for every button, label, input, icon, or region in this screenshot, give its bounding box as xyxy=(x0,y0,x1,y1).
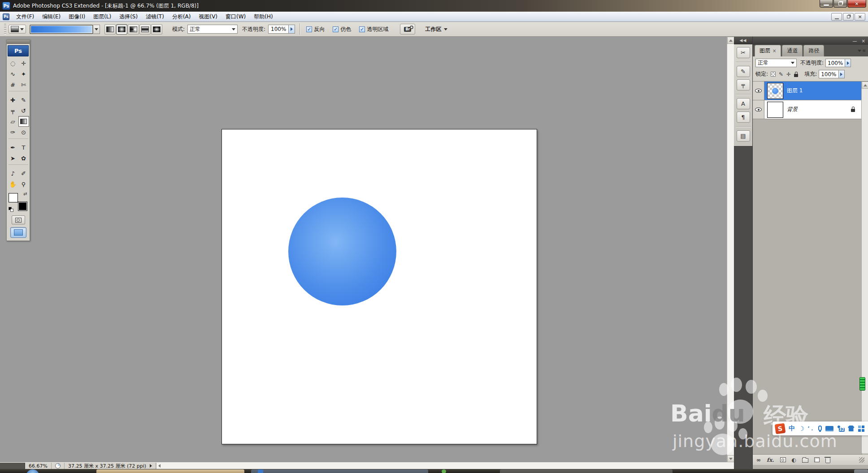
smudge-tool[interactable]: ✑ xyxy=(8,127,18,138)
tab-paths[interactable]: 路径 xyxy=(803,45,824,56)
zoom-level-field[interactable]: 66.67% xyxy=(25,463,52,469)
audio-annotation-tool[interactable]: ♪ xyxy=(8,168,18,179)
doc-restore-button[interactable] xyxy=(843,13,854,21)
skin-shirt-icon[interactable] xyxy=(848,426,855,431)
quick-selection-tool[interactable]: ✦ xyxy=(18,69,29,79)
layer-opacity-spinner[interactable] xyxy=(845,59,851,67)
new-layer-button[interactable] xyxy=(814,457,820,462)
dither-checkbox[interactable]: ✓ 仿色 xyxy=(333,26,351,33)
canvas-workspace[interactable] xyxy=(0,37,727,462)
character-panel-button[interactable]: A xyxy=(737,98,750,109)
start-button[interactable] xyxy=(26,469,39,473)
doc-close-button[interactable]: × xyxy=(855,13,865,21)
healing-brush-tool[interactable]: ✚ xyxy=(8,95,18,105)
taskbar-button[interactable] xyxy=(251,469,428,473)
visibility-toggle[interactable] xyxy=(753,100,764,119)
path-selection-tool[interactable]: ➤ xyxy=(8,153,18,163)
menu-image[interactable]: 图像(I) xyxy=(65,12,89,22)
reverse-checkbox[interactable]: ✓ 反向 xyxy=(306,26,325,33)
scroll-up-button[interactable] xyxy=(862,82,868,89)
workspace-dropdown[interactable]: 工作区 xyxy=(425,26,447,33)
moon-icon[interactable]: ☽ xyxy=(799,425,804,432)
hand-tool[interactable]: ✋ xyxy=(8,179,18,189)
pen-tool[interactable]: ✒ xyxy=(8,142,18,153)
blend-mode-select[interactable]: 正常 xyxy=(187,25,238,34)
foreground-color-swatch[interactable] xyxy=(9,193,18,202)
minimize-button[interactable] xyxy=(820,0,833,8)
lock-image-pixels-button[interactable]: ✎ xyxy=(779,71,783,77)
toolbox-grid-icon[interactable] xyxy=(858,426,864,432)
lasso-tool[interactable]: ∿ xyxy=(8,69,18,79)
fill-input[interactable]: 100% xyxy=(819,70,838,78)
restore-button[interactable] xyxy=(833,0,847,8)
fill-spinner[interactable] xyxy=(839,70,845,78)
status-menu-arrow-icon[interactable] xyxy=(150,464,152,468)
zoom-tool[interactable]: ⚲ xyxy=(18,179,29,189)
toolbox-grip[interactable] xyxy=(7,40,30,44)
adjustment-layer-button[interactable]: ◐ xyxy=(792,457,796,463)
crop-tool[interactable]: # xyxy=(8,79,18,90)
type-tool[interactable]: T xyxy=(18,142,29,153)
layer-opacity-input[interactable]: 100% xyxy=(825,59,845,67)
brush-tool[interactable]: ✎ xyxy=(18,95,29,105)
menu-edit[interactable]: 编辑(E) xyxy=(38,12,65,22)
punctuation-toggle[interactable]: ’， xyxy=(808,425,815,432)
opacity-input[interactable]: 100% xyxy=(268,25,289,34)
diamond-gradient-button[interactable] xyxy=(151,24,162,34)
eyedropper-tool[interactable]: ✐ xyxy=(18,168,29,179)
show-desktop-button[interactable] xyxy=(854,469,868,473)
add-layer-mask-button[interactable] xyxy=(780,457,786,462)
new-group-button[interactable] xyxy=(802,458,808,463)
slice-tool[interactable]: ✄ xyxy=(18,79,29,90)
bridge-button[interactable]: Br xyxy=(400,24,415,34)
quick-mask-button[interactable] xyxy=(12,215,25,224)
layer-thumbnail[interactable] xyxy=(767,102,783,118)
canvas-horizontal-scrollbar[interactable] xyxy=(156,463,734,469)
menu-window[interactable]: 窗口(W) xyxy=(221,12,250,22)
sogou-logo-icon[interactable]: S xyxy=(775,423,786,434)
layers-scrollbar[interactable] xyxy=(861,82,868,460)
tab-close-icon[interactable]: × xyxy=(773,48,776,53)
dock-collapse-button[interactable]: ◀◀ xyxy=(734,37,752,44)
opacity-spinner[interactable] xyxy=(289,25,295,34)
screen-mode-button[interactable] xyxy=(10,227,26,238)
panel-minimize-icon[interactable]: — xyxy=(853,39,857,43)
default-colors-icon[interactable] xyxy=(9,207,13,212)
tab-layers[interactable]: 图层 × xyxy=(755,45,781,56)
document-info[interactable]: 37.25 厘米 x 37.25 厘米 (72 ppi) xyxy=(64,463,156,469)
menu-select[interactable]: 选择(S) xyxy=(115,12,142,22)
gradient-preview-swatch[interactable] xyxy=(30,25,93,34)
swap-colors-icon[interactable]: ⇄ xyxy=(23,191,27,196)
tab-channels[interactable]: 通道 xyxy=(782,45,803,56)
gradient-picker-dropdown[interactable] xyxy=(93,25,100,34)
brushes-panel-button[interactable]: ✎ xyxy=(737,66,750,77)
menu-layer[interactable]: 图层(L) xyxy=(89,12,115,22)
layer-blend-mode-select[interactable]: 正常 xyxy=(755,59,797,67)
paragraph-panel-button[interactable]: ¶ xyxy=(737,112,750,123)
scroll-down-button[interactable] xyxy=(727,455,734,462)
menu-analysis[interactable]: 分析(A) xyxy=(168,12,195,22)
lock-transparent-pixels-button[interactable] xyxy=(771,72,776,77)
keyboard-icon[interactable] xyxy=(825,426,833,431)
link-layers-button[interactable]: ∞ xyxy=(756,457,761,463)
gradient-tool-selected[interactable] xyxy=(18,116,29,127)
layer-thumbnail[interactable] xyxy=(767,83,783,99)
options-grip[interactable] xyxy=(4,24,6,34)
panel-resize-grip[interactable] xyxy=(859,457,864,463)
delete-layer-button[interactable] xyxy=(825,458,830,463)
menu-file[interactable]: 文件(F) xyxy=(12,12,38,22)
clone-source-panel-button[interactable]: ╤ xyxy=(737,79,750,90)
gradient-tool-preset[interactable] xyxy=(9,25,26,34)
language-toggle[interactable]: 中 xyxy=(789,425,795,433)
doc-minimize-button[interactable] xyxy=(831,13,842,21)
layer-comps-panel-button[interactable]: ▤ xyxy=(737,130,750,142)
dodge-tool[interactable]: ⊙ xyxy=(18,127,29,138)
angle-gradient-button[interactable] xyxy=(128,24,139,34)
visibility-toggle[interactable] xyxy=(753,82,764,100)
linear-gradient-button[interactable] xyxy=(104,24,116,34)
clone-stamp-tool[interactable]: ╤ xyxy=(8,105,18,116)
layer-style-button[interactable]: fx. xyxy=(767,457,774,463)
microphone-icon[interactable] xyxy=(818,426,822,431)
menu-help[interactable]: 帮助(H) xyxy=(250,12,277,22)
skin-person-icon[interactable] xyxy=(837,426,844,432)
